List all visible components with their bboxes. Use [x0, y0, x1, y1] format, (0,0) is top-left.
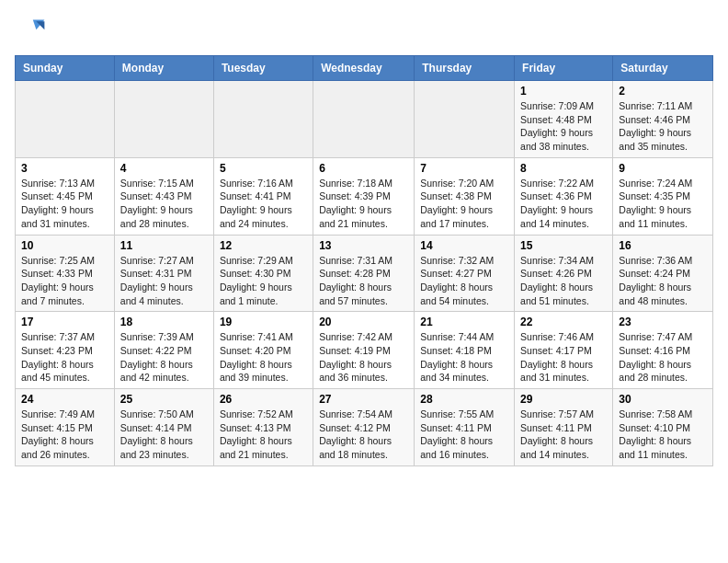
calendar-cell: 4Sunrise: 7:15 AMSunset: 4:43 PMDaylight…	[114, 157, 213, 235]
day-number: 3	[21, 162, 108, 175]
calendar-cell: 24Sunrise: 7:49 AMSunset: 4:15 PMDayligh…	[16, 389, 115, 466]
day-number: 13	[319, 239, 408, 252]
day-of-week-header: Monday	[114, 56, 213, 81]
page-header	[15, 15, 713, 48]
calendar-cell: 10Sunrise: 7:25 AMSunset: 4:33 PMDayligh…	[16, 235, 115, 312]
day-info: Sunrise: 7:46 AMSunset: 4:17 PMDaylight:…	[520, 330, 607, 385]
calendar-cell: 1Sunrise: 7:09 AMSunset: 4:48 PMDaylight…	[515, 81, 613, 158]
day-info: Sunrise: 7:49 AMSunset: 4:15 PMDaylight:…	[21, 408, 108, 462]
day-info: Sunrise: 7:54 AMSunset: 4:12 PMDaylight:…	[319, 408, 408, 462]
calendar-cell: 23Sunrise: 7:47 AMSunset: 4:16 PMDayligh…	[613, 312, 713, 389]
calendar-cell: 12Sunrise: 7:29 AMSunset: 4:30 PMDayligh…	[213, 235, 313, 312]
calendar-week-row: 24Sunrise: 7:49 AMSunset: 4:15 PMDayligh…	[16, 389, 713, 466]
day-number: 10	[21, 239, 108, 252]
calendar-cell: 19Sunrise: 7:41 AMSunset: 4:20 PMDayligh…	[213, 312, 313, 389]
day-info: Sunrise: 7:58 AMSunset: 4:10 PMDaylight:…	[619, 408, 707, 462]
day-number: 23	[619, 316, 707, 328]
calendar-cell: 9Sunrise: 7:24 AMSunset: 4:35 PMDaylight…	[613, 157, 713, 235]
calendar-cell: 3Sunrise: 7:13 AMSunset: 4:45 PMDaylight…	[16, 157, 115, 235]
day-info: Sunrise: 7:52 AMSunset: 4:13 PMDaylight:…	[220, 408, 307, 462]
day-number: 2	[619, 85, 707, 98]
calendar-cell: 8Sunrise: 7:22 AMSunset: 4:36 PMDaylight…	[515, 157, 613, 235]
day-info: Sunrise: 7:50 AMSunset: 4:14 PMDaylight:…	[120, 408, 208, 462]
day-number: 29	[520, 393, 607, 406]
day-number: 26	[220, 393, 307, 406]
calendar-cell: 6Sunrise: 7:18 AMSunset: 4:39 PMDaylight…	[313, 157, 415, 235]
logo-icon	[15, 15, 48, 48]
calendar-cell: 18Sunrise: 7:39 AMSunset: 4:22 PMDayligh…	[114, 312, 213, 389]
calendar-cell: 26Sunrise: 7:52 AMSunset: 4:13 PMDayligh…	[213, 389, 313, 466]
calendar-cell	[114, 81, 213, 158]
day-number: 12	[220, 239, 307, 252]
day-info: Sunrise: 7:47 AMSunset: 4:16 PMDaylight:…	[619, 330, 707, 385]
day-number: 25	[120, 393, 208, 406]
calendar-cell	[415, 81, 515, 158]
day-number: 19	[220, 316, 307, 328]
calendar-cell: 15Sunrise: 7:34 AMSunset: 4:26 PMDayligh…	[515, 235, 613, 312]
day-info: Sunrise: 7:09 AMSunset: 4:48 PMDaylight:…	[520, 99, 607, 154]
day-number: 15	[520, 239, 607, 252]
calendar-cell: 27Sunrise: 7:54 AMSunset: 4:12 PMDayligh…	[313, 389, 415, 466]
day-number: 8	[520, 162, 607, 175]
day-number: 7	[420, 162, 508, 175]
day-number: 16	[619, 239, 707, 252]
calendar-week-row: 3Sunrise: 7:13 AMSunset: 4:45 PMDaylight…	[16, 157, 713, 235]
day-number: 30	[619, 393, 707, 406]
day-info: Sunrise: 7:44 AMSunset: 4:18 PMDaylight:…	[420, 330, 508, 385]
calendar-cell: 13Sunrise: 7:31 AMSunset: 4:28 PMDayligh…	[313, 235, 415, 312]
calendar-cell	[213, 81, 313, 158]
day-info: Sunrise: 7:34 AMSunset: 4:26 PMDaylight:…	[520, 254, 607, 308]
day-number: 11	[120, 239, 208, 252]
day-info: Sunrise: 7:11 AMSunset: 4:46 PMDaylight:…	[619, 99, 707, 154]
day-number: 24	[21, 393, 108, 406]
calendar-cell: 21Sunrise: 7:44 AMSunset: 4:18 PMDayligh…	[415, 312, 515, 389]
day-number: 14	[420, 239, 508, 252]
calendar-cell: 11Sunrise: 7:27 AMSunset: 4:31 PMDayligh…	[114, 235, 213, 312]
calendar-cell: 17Sunrise: 7:37 AMSunset: 4:23 PMDayligh…	[16, 312, 115, 389]
day-info: Sunrise: 7:22 AMSunset: 4:36 PMDaylight:…	[520, 177, 607, 231]
day-info: Sunrise: 7:18 AMSunset: 4:39 PMDaylight:…	[319, 177, 408, 231]
day-number: 21	[420, 316, 508, 328]
day-number: 5	[220, 162, 307, 175]
calendar-week-row: 17Sunrise: 7:37 AMSunset: 4:23 PMDayligh…	[16, 312, 713, 389]
day-info: Sunrise: 7:37 AMSunset: 4:23 PMDaylight:…	[21, 330, 108, 385]
day-number: 20	[319, 316, 408, 328]
day-number: 17	[21, 316, 108, 328]
day-of-week-header: Tuesday	[213, 56, 313, 81]
day-info: Sunrise: 7:16 AMSunset: 4:41 PMDaylight:…	[220, 177, 307, 231]
calendar-cell	[313, 81, 415, 158]
day-info: Sunrise: 7:13 AMSunset: 4:45 PMDaylight:…	[21, 177, 108, 231]
calendar-week-row: 10Sunrise: 7:25 AMSunset: 4:33 PMDayligh…	[16, 235, 713, 312]
day-of-week-header: Wednesday	[313, 56, 415, 81]
calendar-week-row: 1Sunrise: 7:09 AMSunset: 4:48 PMDaylight…	[16, 81, 713, 158]
day-info: Sunrise: 7:24 AMSunset: 4:35 PMDaylight:…	[619, 177, 707, 231]
calendar-cell: 5Sunrise: 7:16 AMSunset: 4:41 PMDaylight…	[213, 157, 313, 235]
calendar-cell	[16, 81, 115, 158]
calendar-cell: 22Sunrise: 7:46 AMSunset: 4:17 PMDayligh…	[515, 312, 613, 389]
calendar-cell: 16Sunrise: 7:36 AMSunset: 4:24 PMDayligh…	[613, 235, 713, 312]
calendar-cell: 29Sunrise: 7:57 AMSunset: 4:11 PMDayligh…	[515, 389, 613, 466]
day-info: Sunrise: 7:57 AMSunset: 4:11 PMDaylight:…	[520, 408, 607, 462]
day-of-week-header: Saturday	[613, 56, 713, 81]
day-info: Sunrise: 7:27 AMSunset: 4:31 PMDaylight:…	[120, 254, 208, 308]
day-info: Sunrise: 7:20 AMSunset: 4:38 PMDaylight:…	[420, 177, 508, 231]
day-info: Sunrise: 7:25 AMSunset: 4:33 PMDaylight:…	[21, 254, 108, 308]
day-info: Sunrise: 7:31 AMSunset: 4:28 PMDaylight:…	[319, 254, 408, 308]
day-number: 18	[120, 316, 208, 328]
logo	[15, 15, 51, 48]
calendar-cell: 14Sunrise: 7:32 AMSunset: 4:27 PMDayligh…	[415, 235, 515, 312]
day-info: Sunrise: 7:42 AMSunset: 4:19 PMDaylight:…	[319, 330, 408, 385]
calendar-header-row: SundayMondayTuesdayWednesdayThursdayFrid…	[16, 56, 713, 81]
day-number: 6	[319, 162, 408, 175]
day-number: 27	[319, 393, 408, 406]
calendar-cell: 25Sunrise: 7:50 AMSunset: 4:14 PMDayligh…	[114, 389, 213, 466]
day-number: 9	[619, 162, 707, 175]
day-info: Sunrise: 7:39 AMSunset: 4:22 PMDaylight:…	[120, 330, 208, 385]
day-of-week-header: Friday	[515, 56, 613, 81]
day-number: 4	[120, 162, 208, 175]
day-of-week-header: Thursday	[415, 56, 515, 81]
day-info: Sunrise: 7:55 AMSunset: 4:11 PMDaylight:…	[420, 408, 508, 462]
day-info: Sunrise: 7:36 AMSunset: 4:24 PMDaylight:…	[619, 254, 707, 308]
calendar-cell: 20Sunrise: 7:42 AMSunset: 4:19 PMDayligh…	[313, 312, 415, 389]
calendar-cell: 28Sunrise: 7:55 AMSunset: 4:11 PMDayligh…	[415, 389, 515, 466]
